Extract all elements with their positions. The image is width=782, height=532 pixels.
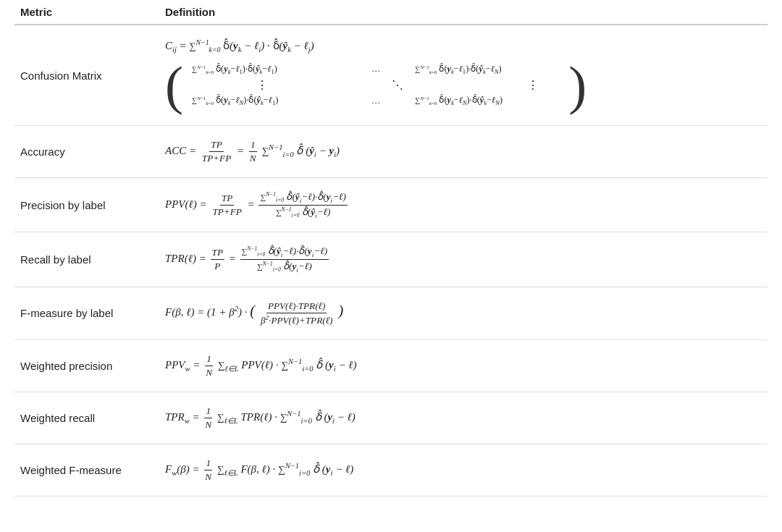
metric-label: F-measure by label [14, 287, 159, 339]
metric-label: Weighted precision [14, 339, 159, 392]
table-row: Recall by label TPR(ℓ) = TP P = ∑N−1i=0 [14, 232, 768, 287]
main-container: Metric Definition Confusion Matrix Cij =… [0, 0, 782, 497]
formula-precision-label: PPV(ℓ) = TP TP+FP = ∑N−1i=0 δ̂(ŷi−ℓ)·δ̂(… [159, 178, 768, 232]
metric-label: Recall by label [14, 232, 159, 287]
formula-weighted-precision: PPVw = 1 N ∑ℓ∈L PPV(ℓ) · ∑N−1i=0 δ̂ (yi … [159, 339, 768, 392]
col-definition-header: Definition [159, 0, 768, 25]
formula-fmeasure-label: F(β, ℓ) = (1 + β2) · ( PPV(ℓ)·TPR(ℓ) β2·… [159, 287, 768, 339]
formula-accuracy: ACC = TP TP+FP = 1 N ∑N−1i=0 δ̂ (ŷi − yi… [159, 126, 768, 178]
metric-label: Weighted recall [14, 392, 159, 444]
table-row: Confusion Matrix Cij = ∑N−1k=0 δ̂(yk − ℓ… [14, 25, 768, 126]
formula-weighted-fmeasure: Fw(β) = 1 N ∑ℓ∈L F(β, ℓ) · ∑N−1i=0 δ̂ (y… [159, 444, 768, 496]
formula-weighted-recall: TPRw = 1 N ∑ℓ∈L TPR(ℓ) · ∑N−1i=0 δ̂ (yi … [159, 392, 768, 444]
table-row: Weighted precision PPVw = 1 N ∑ℓ∈L PPV(ℓ… [14, 339, 768, 392]
metric-label: Precision by label [14, 178, 159, 232]
metrics-table: Metric Definition Confusion Matrix Cij =… [14, 0, 768, 497]
formula-confusion-matrix: Cij = ∑N−1k=0 δ̂(yk − ℓi) · δ̂(ŷk − ℓj) … [159, 25, 768, 126]
table-row: Precision by label PPV(ℓ) = TP TP+FP = ∑… [14, 178, 768, 232]
table-row: Weighted recall TPRw = 1 N ∑ℓ∈L TPR(ℓ) ·… [14, 392, 768, 444]
metric-label: Weighted F-measure [14, 444, 159, 496]
formula-recall-label: TPR(ℓ) = TP P = ∑N−1i=0 δ̂(ŷi−ℓ)·δ̂(yi−ℓ… [159, 232, 768, 287]
table-row: Accuracy ACC = TP TP+FP = 1 N ∑N−1 [14, 126, 768, 178]
metric-label: Accuracy [14, 126, 159, 178]
col-metric-header: Metric [14, 0, 159, 25]
table-row: Weighted F-measure Fw(β) = 1 N ∑ℓ∈L F(β,… [14, 444, 768, 496]
table-row: F-measure by label F(β, ℓ) = (1 + β2) · … [14, 287, 768, 339]
metric-label: Confusion Matrix [14, 25, 159, 126]
